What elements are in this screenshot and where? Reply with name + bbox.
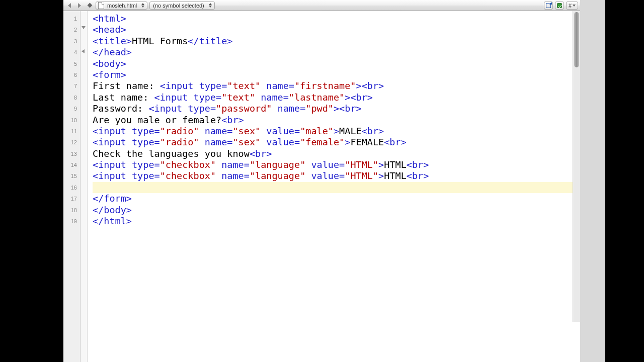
fold-column[interactable] — [80, 11, 88, 362]
code-line[interactable]: <title>HTML Forms</title> — [93, 36, 580, 47]
line-number[interactable]: 13 — [63, 148, 80, 159]
fold-toggle-icon[interactable] — [82, 26, 86, 29]
code-line[interactable]: <input type="checkbox" name="language" v… — [93, 170, 580, 182]
recent-files-button[interactable] — [86, 2, 94, 10]
line-number[interactable]: 18 — [63, 205, 80, 216]
line-number[interactable]: 1 — [63, 13, 80, 24]
line-number[interactable]: 7 — [63, 80, 80, 92]
symbol-stepper-icon — [208, 3, 212, 8]
line-number[interactable]: 2 — [63, 24, 80, 35]
file-path-dropdown[interactable]: mosleh.html — [96, 2, 147, 10]
fold-end-icon — [82, 49, 85, 53]
validate-button[interactable] — [555, 2, 564, 10]
code-line[interactable]: <body> — [93, 58, 580, 69]
line-number[interactable]: 12 — [63, 137, 80, 148]
line-number[interactable]: 6 — [63, 69, 80, 80]
code-line[interactable]: Check the languages you know<br> — [93, 148, 580, 159]
checkmark-icon — [557, 3, 562, 8]
code-line[interactable]: Last name: <input type="text" name="last… — [93, 92, 580, 103]
file-stepper-icon — [141, 3, 145, 8]
line-number[interactable]: 3 — [63, 36, 80, 47]
editor-area: 12345678910111213141516171819 <html><hea… — [63, 11, 580, 362]
nav-back-button[interactable] — [65, 2, 73, 10]
code-line[interactable]: First name: <input type="text" name="fir… — [93, 80, 580, 92]
code-line[interactable] — [93, 182, 580, 193]
line-number[interactable]: 15 — [63, 170, 80, 182]
editor-window: mosleh.html (no symbol selected) # 12345… — [63, 0, 581, 362]
code-text-area[interactable]: <html><head><title>HTML Forms</title></h… — [88, 11, 580, 362]
symbol-label: (no symbol selected) — [152, 3, 206, 9]
code-line[interactable]: <html> — [93, 13, 580, 24]
line-number[interactable]: 19 — [63, 216, 80, 227]
window-edge — [580, 0, 605, 362]
code-line[interactable]: Password: <input type="password" name="p… — [93, 103, 580, 114]
counterpart-dropdown[interactable]: # — [566, 2, 578, 10]
nav-forward-button[interactable] — [75, 2, 84, 10]
line-number[interactable]: 10 — [63, 115, 80, 126]
hash-label: # — [569, 3, 572, 9]
code-line[interactable]: </head> — [93, 47, 580, 58]
code-line[interactable]: <input type="radio" name="sex" value="fe… — [93, 137, 580, 148]
open-in-browser-button[interactable] — [544, 2, 553, 10]
line-number[interactable]: 4 — [63, 47, 80, 58]
scrollbar-thumb[interactable] — [574, 12, 579, 67]
file-icon — [98, 2, 104, 9]
code-line[interactable]: </body> — [93, 205, 580, 216]
line-number-gutter[interactable]: 12345678910111213141516171819 — [63, 11, 80, 362]
line-number[interactable]: 5 — [63, 58, 80, 69]
line-number[interactable]: 11 — [63, 126, 80, 137]
code-line[interactable]: <head> — [93, 24, 580, 35]
line-number[interactable]: 17 — [63, 193, 80, 204]
file-name-label: mosleh.html — [106, 3, 139, 9]
code-line[interactable]: </form> — [93, 193, 580, 204]
code-line[interactable]: </html> — [93, 216, 580, 227]
code-line[interactable]: Are you male or female?<br> — [93, 115, 580, 126]
navigation-bar: mosleh.html (no symbol selected) # — [63, 0, 580, 11]
chevron-down-icon — [573, 5, 576, 7]
symbol-dropdown[interactable]: (no symbol selected) — [149, 2, 215, 10]
code-line[interactable]: <input type="checkbox" name="language" v… — [93, 159, 580, 170]
code-line[interactable]: <input type="radio" name="sex" value="ma… — [93, 126, 580, 137]
external-link-icon — [546, 3, 551, 8]
line-number[interactable]: 8 — [63, 92, 80, 103]
vertical-scrollbar[interactable] — [573, 11, 580, 322]
code-line[interactable]: <form> — [93, 69, 580, 80]
line-number[interactable]: 9 — [63, 103, 80, 114]
line-number[interactable]: 16 — [63, 182, 80, 193]
line-number[interactable]: 14 — [63, 159, 80, 170]
